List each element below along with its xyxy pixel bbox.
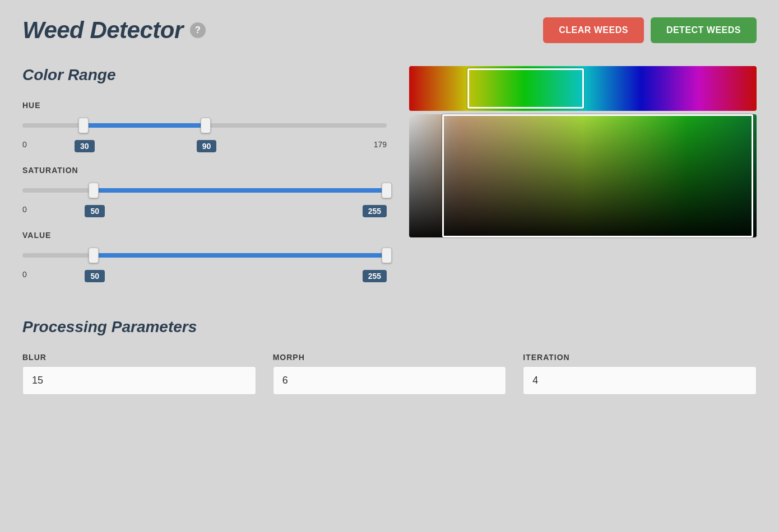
- value-thumb-low[interactable]: [89, 248, 99, 263]
- processing-title: Processing Parameters: [22, 318, 757, 336]
- value-low-badge: 50: [85, 270, 105, 282]
- saturation-min: 0: [22, 205, 27, 214]
- header-buttons: CLEAR WEEDS DETECT WEEDS: [543, 17, 757, 43]
- color-range-title: Color Range: [22, 66, 387, 84]
- saturation-high-badge: 255: [363, 205, 387, 217]
- processing-section: Processing Parameters BLUR MORPH ITERATI…: [22, 318, 757, 395]
- blur-label: BLUR: [22, 353, 256, 362]
- blur-input[interactable]: [22, 366, 256, 395]
- saturation-label: SATURATION: [22, 166, 387, 175]
- saturation-thumb-low[interactable]: [89, 183, 99, 198]
- hue-max: 179: [374, 140, 387, 149]
- value-track-container[interactable]: [22, 245, 387, 265]
- value-high-badge: 255: [363, 270, 387, 282]
- saturation-track-container[interactable]: [22, 180, 387, 200]
- sv-selection-box: [442, 114, 753, 237]
- value-thumb-high[interactable]: [382, 248, 392, 263]
- hue-min: 0: [22, 140, 27, 149]
- hue-selection-box: [467, 68, 584, 109]
- clear-weeds-button[interactable]: CLEAR WEEDS: [543, 17, 644, 43]
- morph-group: MORPH: [273, 353, 507, 395]
- header: Weed Detector ? CLEAR WEEDS DETECT WEEDS: [22, 17, 757, 44]
- iteration-group: ITERATION: [523, 353, 757, 395]
- saturation-track: [22, 188, 387, 193]
- hue-thumb-high[interactable]: [201, 118, 211, 133]
- color-range-section: Color Range HUE 0 30 90 179 SATURATION: [22, 66, 757, 296]
- sv-area-container: [409, 114, 757, 237]
- sliders-area: Color Range HUE 0 30 90 179 SATURATION: [22, 66, 387, 296]
- value-fill: [94, 253, 387, 258]
- hue-high-badge: 90: [197, 140, 217, 152]
- value-slider-group: VALUE 0 50 255 255: [22, 231, 387, 279]
- help-icon[interactable]: ?: [190, 22, 206, 38]
- value-min: 0: [22, 270, 27, 279]
- saturation-slider-labels: 0 50 255 255: [22, 205, 387, 214]
- iteration-label: ITERATION: [523, 353, 757, 362]
- app-title: Weed Detector: [22, 17, 183, 44]
- title-area: Weed Detector ?: [22, 17, 206, 44]
- saturation-thumb-high[interactable]: [382, 183, 392, 198]
- hue-track: [22, 123, 387, 128]
- value-label: VALUE: [22, 231, 387, 240]
- hue-slider-labels: 0 30 90 179: [22, 140, 387, 149]
- hue-low-badge: 30: [75, 140, 95, 152]
- hue-fill: [84, 123, 206, 128]
- detect-weeds-button[interactable]: DETECT WEEDS: [651, 17, 757, 43]
- hue-label: HUE: [22, 101, 387, 110]
- iteration-input[interactable]: [523, 366, 757, 395]
- hue-track-container[interactable]: [22, 115, 387, 136]
- morph-label: MORPH: [273, 353, 507, 362]
- morph-input[interactable]: [273, 366, 507, 395]
- color-preview-area: [409, 66, 757, 296]
- hue-thumb-low[interactable]: [78, 118, 89, 133]
- blur-group: BLUR: [22, 353, 256, 395]
- value-slider-labels: 0 50 255 255: [22, 270, 387, 279]
- saturation-slider-group: SATURATION 0 50 255 255: [22, 166, 387, 214]
- saturation-low-badge: 50: [85, 205, 105, 217]
- value-track: [22, 253, 387, 258]
- saturation-fill: [94, 188, 387, 193]
- hue-slider-group: HUE 0 30 90 179: [22, 101, 387, 149]
- hue-bar-container: [409, 66, 757, 111]
- params-grid: BLUR MORPH ITERATION: [22, 353, 757, 395]
